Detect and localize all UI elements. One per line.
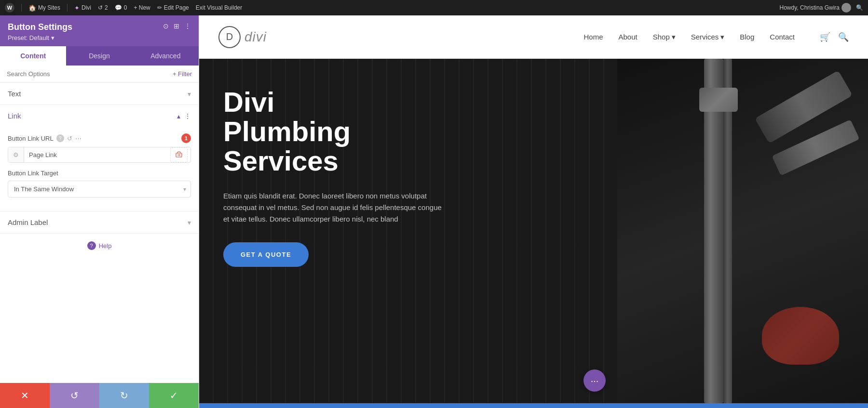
panel-header-top: Button Settings Preset: Default ▾ ⊙ ⊞ ⋮ — [8, 22, 191, 41]
site-nav: D divi Home About Shop ▾ Services ▾ Blog… — [199, 15, 868, 59]
edit-page-link[interactable]: ✏ Edit Page — [157, 4, 189, 11]
divi-link[interactable]: ✦ Divi — [74, 4, 91, 12]
text-section-chevron: ▾ — [188, 90, 191, 98]
nav-shop[interactable]: Shop ▾ — [653, 33, 676, 41]
help-section[interactable]: ? Help — [0, 234, 199, 258]
hero-cta-button[interactable]: GET A QUOTE — [223, 242, 309, 267]
link-section-title: Link — [8, 112, 21, 120]
search-input[interactable] — [7, 70, 169, 78]
admin-label-section-header[interactable]: Admin Label ▾ — [0, 211, 199, 234]
tab-advanced[interactable]: Advanced — [133, 46, 199, 66]
user-avatar — [841, 3, 851, 13]
new-link[interactable]: + New — [134, 4, 150, 11]
site-logo: D divi — [218, 26, 267, 48]
search-admin-icon[interactable]: 🔍 — [856, 4, 863, 11]
link-section-chevron: ▴ — [177, 112, 180, 120]
main-layout: Button Settings Preset: Default ▾ ⊙ ⊞ ⋮ … — [0, 15, 868, 408]
logo-circle: D — [218, 26, 241, 48]
button-link-target-select-wrap: In The Same Window In The New Tab ▾ — [8, 181, 191, 197]
right-side: D divi Home About Shop ▾ Services ▾ Blog… — [199, 15, 868, 408]
nav-home[interactable]: Home — [583, 33, 603, 41]
search-site-icon[interactable]: 🔍 — [838, 32, 849, 42]
hero-title: Divi Plumbing Services — [223, 88, 593, 176]
cart-icon[interactable]: 🛒 — [820, 32, 830, 42]
panel-header-actions: ⊙ ⊞ ⋮ — [163, 22, 191, 30]
svg-rect-0 — [176, 153, 182, 157]
help-label: Help — [99, 242, 112, 250]
hero-left: Divi Plumbing Services Etiam quis blandi… — [199, 59, 617, 403]
help-circle-icon: ? — [87, 241, 96, 250]
nav-services[interactable]: Services ▾ — [691, 33, 725, 41]
help-icon-button-link[interactable]: ? — [56, 134, 64, 142]
search-bar: + Filter — [0, 66, 199, 83]
button-link-target-select[interactable]: In The Same Window In The New Tab — [8, 181, 191, 197]
hero-section: Divi Plumbing Services Etiam quis blandi… — [199, 59, 868, 403]
exit-builder-link[interactable]: Exit Visual Builder — [196, 4, 243, 11]
screenshot-icon[interactable]: ⊙ — [163, 22, 169, 30]
hero-image — [617, 59, 868, 403]
revisions-link[interactable]: ↺ 2 — [98, 4, 108, 11]
button-link-url-field: Button Link URL ? ↺ ⋯ 1 ⚙ Page Link — [8, 133, 191, 163]
hero-right — [617, 59, 868, 403]
gear-icon[interactable]: ⚙ — [8, 147, 24, 162]
divider — [67, 4, 68, 12]
wordpress-icon[interactable]: W — [5, 3, 14, 13]
notification-badge: 1 — [181, 133, 191, 143]
shop-dropdown-icon: ▾ — [672, 33, 676, 41]
button-link-url-value: Page Link — [24, 147, 170, 162]
hero-description: Etiam quis blandit erat. Donec laoreet l… — [223, 190, 445, 225]
admin-bar: W 🏠 My Sites ✦ Divi ↺ 2 💬 0 + New ✏ Edit… — [0, 0, 868, 15]
logo-wordmark: divi — [244, 29, 267, 45]
panel-header: Button Settings Preset: Default ▾ ⊙ ⊞ ⋮ — [0, 15, 199, 46]
nav-contact[interactable]: Contact — [770, 33, 795, 41]
text-section-title: Text — [8, 90, 21, 98]
link-section: Link ▴ ⋮ Button Link URL ? ↺ ⋯ — [0, 105, 199, 211]
save-button[interactable]: ✓ — [149, 383, 199, 408]
reset-button-link[interactable]: ↺ — [67, 135, 72, 142]
left-panel: Button Settings Preset: Default ▾ ⊙ ⊞ ⋮ … — [0, 15, 199, 408]
nav-blog[interactable]: Blog — [740, 33, 754, 41]
image-overlay — [617, 59, 868, 403]
site-nav-links: Home About Shop ▾ Services ▾ Blog Contac… — [583, 32, 849, 42]
button-link-target-field: Button Link Target In The Same Window In… — [8, 170, 191, 197]
my-sites-link[interactable]: 🏠 My Sites — [28, 4, 60, 12]
link-section-header[interactable]: Link ▴ ⋮ — [0, 105, 199, 127]
tab-design[interactable]: Design — [66, 46, 132, 66]
panel-title: Button Settings — [8, 22, 72, 32]
howdy-user[interactable]: Howdy, Christina Gwira — [780, 3, 851, 13]
more-icon[interactable]: ⋮ — [184, 22, 191, 30]
undo-button[interactable]: ↺ — [50, 383, 99, 408]
hero-fab-button[interactable]: ··· — [583, 369, 606, 392]
button-link-target-label-row: Button Link Target — [8, 170, 191, 177]
divider — [21, 4, 22, 12]
comments-link[interactable]: 💬 0 — [115, 4, 127, 11]
button-link-url-input-row: ⚙ Page Link — [8, 147, 191, 163]
delete-button-link[interactable] — [170, 147, 188, 162]
text-section-header[interactable]: Text ▾ — [0, 83, 199, 105]
nav-about[interactable]: About — [618, 33, 637, 41]
panel-preset[interactable]: Preset: Default ▾ — [8, 34, 72, 41]
panel-footer: ✕ ↺ ↻ ✓ — [0, 383, 199, 408]
services-dropdown-icon: ▾ — [720, 33, 724, 41]
site-nav-icons: 🛒 🔍 — [820, 32, 849, 42]
link-section-actions: ▴ ⋮ — [177, 112, 191, 120]
button-link-url-label-row: Button Link URL ? ↺ ⋯ 1 — [8, 133, 191, 143]
admin-bar-right: Howdy, Christina Gwira 🔍 — [780, 3, 863, 13]
tab-content[interactable]: Content — [0, 46, 66, 66]
link-section-content: Button Link URL ? ↺ ⋯ 1 ⚙ Page Link — [0, 127, 199, 211]
panel-tabs: Content Design Advanced — [0, 46, 199, 66]
bottom-blue-bar — [199, 403, 868, 408]
admin-label-title: Admin Label — [8, 218, 48, 226]
panel-content: Text ▾ Link ▴ ⋮ Button Link URL — [0, 83, 199, 383]
redo-button[interactable]: ↻ — [99, 383, 149, 408]
more-button-link[interactable]: ⋯ — [75, 135, 81, 142]
filter-button[interactable]: + Filter — [173, 70, 192, 78]
layout-icon[interactable]: ⊞ — [174, 22, 179, 30]
link-section-more[interactable]: ⋮ — [184, 112, 191, 120]
panel-title-area: Button Settings Preset: Default ▾ — [8, 22, 72, 41]
admin-label-chevron: ▾ — [188, 219, 191, 226]
cancel-button[interactable]: ✕ — [0, 383, 50, 408]
